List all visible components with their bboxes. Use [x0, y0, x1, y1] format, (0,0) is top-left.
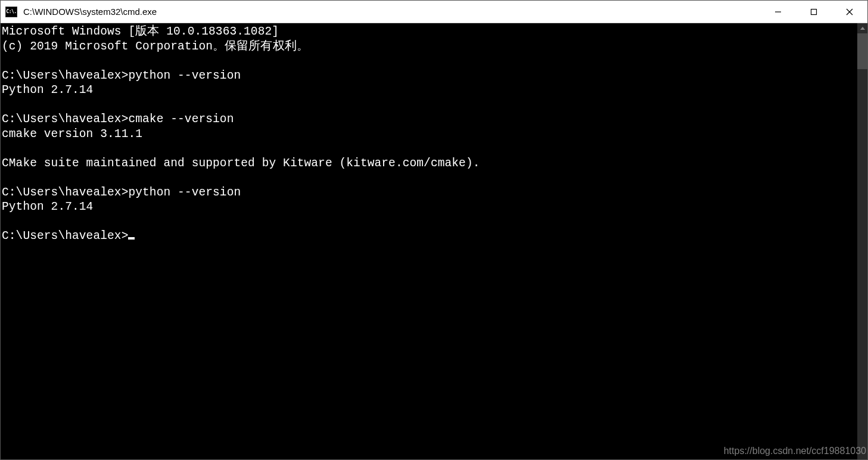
- maximize-button[interactable]: [796, 1, 832, 23]
- minimize-icon: [774, 8, 782, 15]
- maximize-icon: [810, 8, 817, 15]
- scrollbar-thumb[interactable]: [857, 33, 867, 69]
- minimize-button[interactable]: [760, 1, 796, 23]
- cmd-icon: C:\.: [5, 7, 17, 17]
- cmd-icon-text: C:\.: [6, 9, 16, 14]
- scrollbar-up-arrow-icon[interactable]: [857, 23, 867, 33]
- titlebar[interactable]: C:\. C:\WINDOWS\system32\cmd.exe: [1, 1, 867, 23]
- scrollbar-vertical[interactable]: [857, 23, 867, 459]
- window-title: C:\WINDOWS\system32\cmd.exe: [23, 7, 157, 17]
- window-controls: [760, 1, 867, 23]
- cmd-window: C:\. C:\WINDOWS\system32\cmd.exe Microso…: [0, 0, 868, 460]
- terminal-cursor: [128, 237, 135, 240]
- close-icon: [846, 8, 853, 15]
- watermark-text: https://blog.csdn.net/ccf19881030: [724, 446, 866, 456]
- svg-rect-1: [811, 9, 817, 14]
- close-button[interactable]: [832, 1, 867, 23]
- terminal-output: Microsoft Windows [版本 10.0.18363.1082] (…: [1, 23, 867, 245]
- terminal-area[interactable]: Microsoft Windows [版本 10.0.18363.1082] (…: [1, 23, 867, 459]
